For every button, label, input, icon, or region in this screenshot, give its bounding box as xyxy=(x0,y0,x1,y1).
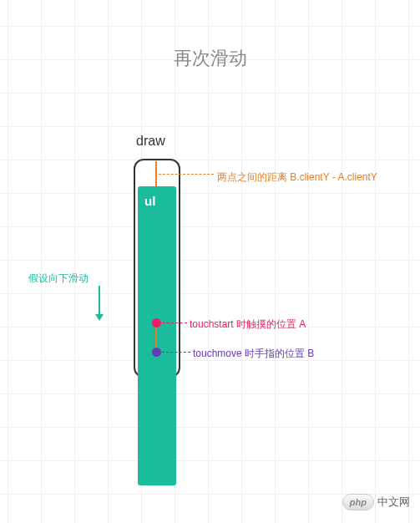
draw-label: draw xyxy=(136,134,165,149)
ul-label: ul xyxy=(144,194,155,208)
ul-element-box xyxy=(138,186,176,485)
point-b-leader-line xyxy=(162,352,190,353)
diagram-title: 再次滑动 xyxy=(0,46,420,71)
scroll-arrow-icon xyxy=(99,286,100,319)
touchstart-point-icon xyxy=(152,318,161,328)
distance-indicator-line xyxy=(155,161,157,186)
point-a-leader-line xyxy=(162,322,187,323)
scroll-direction-hint: 假设向下滑动 xyxy=(28,272,89,286)
ab-connector-line xyxy=(155,328,157,348)
background-grid xyxy=(0,0,420,523)
watermark-badge: php xyxy=(342,494,374,510)
touchstart-annotation: touchstart 时触摸的位置 A xyxy=(190,317,306,332)
touchmove-point-icon xyxy=(152,348,161,357)
watermark: php 中文网 xyxy=(342,494,410,510)
watermark-text: 中文网 xyxy=(377,495,410,510)
distance-leader-line xyxy=(159,174,214,175)
touchmove-annotation: touchmove 时手指的位置 B xyxy=(193,347,314,361)
distance-annotation: 两点之间的距离 B.clientY - A.clientY xyxy=(217,170,377,185)
